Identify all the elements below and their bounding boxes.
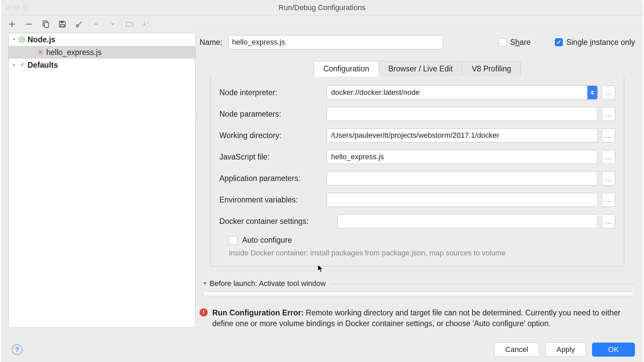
environment-variables-input[interactable]: [327, 193, 598, 207]
error-row: ! Run Configuration Error: Remote workin…: [200, 307, 635, 329]
window-controls: [6, 5, 29, 10]
footer: ? Cancel Apply OK: [1, 343, 635, 357]
label-working-directory: Working directory:: [219, 131, 327, 140]
tree-item-label: hello_express.js: [46, 48, 102, 57]
name-label: Name:: [200, 38, 222, 47]
move-down-button[interactable]: [107, 18, 118, 30]
dialog-body: JS Node.js hello_express.js: [1, 33, 643, 362]
tabs: Configuration Browser / Live Edit V8 Pro…: [314, 61, 521, 76]
share-checkbox[interactable]: [499, 38, 507, 46]
config-error-icon: [37, 49, 44, 56]
svg-text:z: z: [147, 24, 148, 28]
dropdown-caret-icon: [587, 86, 597, 99]
single-instance-checkbox[interactable]: [555, 38, 563, 46]
auto-configure-checkbox[interactable]: [229, 236, 237, 245]
move-up-button[interactable]: [90, 18, 102, 30]
label-node-parameters: Node parameters:: [219, 110, 327, 119]
wrench-icon: [18, 61, 25, 69]
svg-rect-3: [61, 21, 64, 23]
tree-node-label: Node.js: [28, 35, 55, 44]
minimize-window-button[interactable]: [14, 5, 20, 10]
error-icon: !: [200, 308, 208, 316]
help-button[interactable]: ?: [12, 344, 22, 355]
browse-node-parameters-button[interactable]: ...: [602, 107, 615, 121]
label-node-interpreter: Node interpreter:: [219, 88, 327, 97]
single-instance-label: Single instance only: [566, 38, 635, 47]
copy-configuration-button[interactable]: [40, 18, 51, 30]
javascript-file-input[interactable]: [327, 150, 598, 164]
name-input[interactable]: [228, 35, 443, 49]
tree-node-nodejs[interactable]: JS Node.js: [9, 33, 195, 46]
folder-button[interactable]: [124, 18, 135, 30]
window-title: Run/Debug Configurations: [1, 3, 643, 12]
configuration-form: Node interpreter: docker://docker:latest…: [210, 76, 624, 266]
toolbar: az: [1, 15, 643, 33]
node-interpreter-select[interactable]: docker://docker:latest/node: [327, 85, 598, 100]
label-application-parameters: Application parameters:: [219, 174, 327, 183]
browse-javascript-file-button[interactable]: ...: [602, 150, 615, 164]
sort-button[interactable]: az: [141, 18, 152, 30]
expand-toggle-icon[interactable]: [11, 36, 17, 43]
before-launch-label: Before launch: Activate tool window: [210, 279, 326, 288]
single-instance-checkbox-row[interactable]: Single instance only: [555, 38, 635, 47]
mouse-cursor-icon: [318, 264, 324, 273]
application-parameters-input[interactable]: [327, 171, 598, 185]
row-application-parameters: Application parameters: ...: [219, 171, 615, 185]
svg-text:JS: JS: [20, 38, 23, 41]
row-node-parameters: Node parameters: ...: [219, 107, 615, 121]
row-auto-configure: Auto configure: [229, 236, 615, 245]
tabs-wrap: Configuration Browser / Live Edit V8 Pro…: [210, 61, 624, 266]
label-javascript-file: JavaScript file:: [219, 153, 327, 162]
apply-button[interactable]: Apply: [545, 343, 586, 357]
label-docker-container-settings: Docker container settings:: [219, 217, 337, 226]
svg-point-5: [76, 25, 78, 27]
before-launch-section: Before launch: Activate tool window: [200, 279, 635, 296]
before-launch-header[interactable]: Before launch: Activate tool window: [203, 279, 635, 288]
nodejs-icon: JS: [18, 36, 25, 43]
svg-rect-2: [45, 22, 49, 27]
cancel-button[interactable]: Cancel: [494, 343, 539, 357]
tree-item-hello-express[interactable]: hello_express.js: [9, 46, 195, 59]
configuration-tree[interactable]: JS Node.js hello_express.js: [8, 33, 196, 328]
close-window-button[interactable]: [6, 5, 11, 10]
svg-rect-0: [26, 24, 32, 24]
zoom-window-button[interactable]: [23, 5, 29, 10]
run-debug-configurations-dialog: Run/Debug Configurations az: [1, 0, 643, 362]
error-text: Run Configuration Error: Remote working …: [212, 307, 628, 329]
row-javascript-file: JavaScript file: ...: [219, 150, 615, 164]
disclosure-triangle-icon: [203, 282, 207, 285]
add-configuration-button[interactable]: [6, 18, 18, 30]
row-working-directory: Working directory: ...: [219, 128, 615, 142]
before-launch-list[interactable]: [203, 291, 635, 296]
docker-container-settings-input[interactable]: [337, 214, 598, 228]
browse-working-directory-button[interactable]: ...: [602, 128, 615, 142]
node-interpreter-value: docker://docker:latest/node: [331, 88, 420, 97]
splitter-handle[interactable]: [196, 107, 198, 127]
browse-environment-variables-button[interactable]: ...: [602, 193, 615, 207]
tab-configuration[interactable]: Configuration: [314, 61, 379, 76]
tab-browser-live-edit[interactable]: Browser / Live Edit: [379, 61, 463, 76]
remove-configuration-button[interactable]: [23, 18, 35, 30]
row-node-interpreter: Node interpreter: docker://docker:latest…: [219, 85, 615, 100]
row-environment-variables: Environment variables: ...: [219, 193, 615, 207]
titlebar: Run/Debug Configurations: [1, 0, 643, 15]
label-auto-configure: Auto configure: [242, 236, 292, 245]
tree-node-defaults[interactable]: Defaults: [9, 59, 195, 71]
working-directory-input[interactable]: [327, 128, 598, 142]
browse-node-interpreter-button[interactable]: ...: [602, 85, 615, 100]
name-row: Name: Share Single instance only: [200, 32, 635, 52]
share-label: Share: [510, 38, 531, 47]
row-docker-container-settings: Docker container settings: ...: [219, 214, 615, 228]
expand-toggle-icon[interactable]: [11, 62, 17, 68]
edit-defaults-button[interactable]: [73, 18, 85, 30]
save-configuration-button[interactable]: [57, 18, 68, 30]
label-environment-variables: Environment variables:: [219, 195, 327, 204]
share-checkbox-row[interactable]: Share: [499, 38, 531, 47]
docker-hint-text: Inside Docker container: install package…: [229, 249, 615, 257]
node-parameters-input[interactable]: [327, 107, 598, 121]
browse-application-parameters-button[interactable]: ...: [602, 171, 615, 185]
ok-button[interactable]: OK: [592, 343, 635, 357]
browse-docker-container-settings-button[interactable]: ...: [602, 214, 615, 228]
right-pane: Name: Share Single instance only Configu…: [200, 33, 643, 362]
tab-v8-profiling[interactable]: V8 Profiling: [462, 61, 521, 76]
